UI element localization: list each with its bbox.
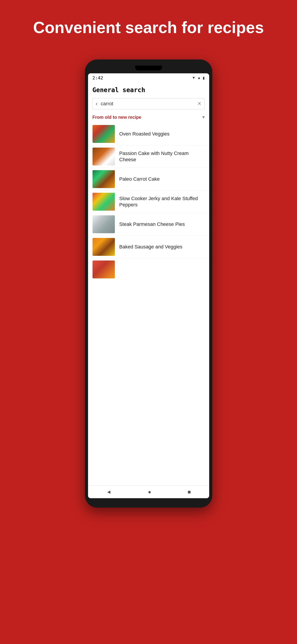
recipe-name: Passion Cake with Nutty Cream Cheese <box>119 150 205 163</box>
recipe-name: Oven Roasted Veggies <box>119 131 170 137</box>
list-item[interactable]: Steak Parmesan Cheese Pies <box>88 213 209 236</box>
recipe-thumbnail <box>92 215 115 233</box>
phone-notch <box>135 66 162 70</box>
search-input[interactable]: carrot <box>101 101 197 107</box>
nav-recent-button[interactable]: ■ <box>188 489 191 495</box>
search-bar[interactable]: ‹ carrot ✕ <box>92 98 205 109</box>
wifi-icon: ▼ <box>192 76 196 80</box>
page-title: General search <box>88 82 209 96</box>
recipe-list: Oven Roasted Veggies Passion Cake with N… <box>88 123 209 486</box>
recipe-thumbnail <box>92 125 115 143</box>
phone-frame: 2:42 ▼ ▲ ▮ General search ‹ carrot ✕ <box>85 60 212 508</box>
list-item[interactable] <box>88 258 209 281</box>
list-item[interactable]: Baked Sausage and Veggies <box>88 236 209 258</box>
recipe-thumbnail <box>92 170 115 188</box>
phone-screen: 2:42 ▼ ▲ ▮ General search ‹ carrot ✕ <box>88 73 209 498</box>
status-bar: 2:42 ▼ ▲ ▮ <box>88 73 209 82</box>
filter-row[interactable]: From old to new recipe ▾ <box>88 112 209 123</box>
recipe-name: Baked Sausage and Veggies <box>119 244 183 250</box>
signal-icon: ▲ <box>197 76 201 80</box>
recipe-thumbnail <box>92 193 115 211</box>
back-button[interactable]: ‹ <box>96 100 98 107</box>
recipe-name: Slow Cooker Jerky and Kale Stuffed Peppe… <box>119 196 205 208</box>
recipe-name: Paleo Carrot Cake <box>119 176 160 182</box>
phone-bottom-bar <box>88 498 209 504</box>
nav-back-button[interactable]: ◄ <box>106 489 111 495</box>
recipe-name: Steak Parmesan Cheese Pies <box>119 221 185 228</box>
recipe-thumbnail <box>92 148 115 166</box>
recipe-thumbnail <box>92 260 115 278</box>
clear-search-button[interactable]: ✕ <box>197 101 201 107</box>
chevron-down-icon[interactable]: ▾ <box>202 114 205 120</box>
list-item[interactable]: Passion Cake with Nutty Cream Cheese <box>88 145 209 168</box>
status-time: 2:42 <box>92 75 103 80</box>
recipe-thumbnail <box>92 238 115 256</box>
list-item[interactable]: Slow Cooker Jerky and Kale Stuffed Peppe… <box>88 190 209 213</box>
list-item[interactable]: Oven Roasted Veggies <box>88 123 209 145</box>
list-item[interactable]: Paleo Carrot Cake <box>88 168 209 190</box>
battery-icon: ▮ <box>203 76 205 80</box>
phone-notch-area <box>88 64 209 72</box>
hero-title: Convenient search for recipes <box>11 0 286 50</box>
phone-mockup: 2:42 ▼ ▲ ▮ General search ‹ carrot ✕ <box>85 60 212 508</box>
filter-label: From old to new recipe <box>92 115 202 120</box>
nav-home-button[interactable]: ● <box>148 489 151 495</box>
bottom-navigation: ◄ ● ■ <box>88 486 209 498</box>
status-icons: ▼ ▲ ▮ <box>192 76 205 80</box>
screen-content: General search ‹ carrot ✕ From old to ne… <box>88 82 209 498</box>
